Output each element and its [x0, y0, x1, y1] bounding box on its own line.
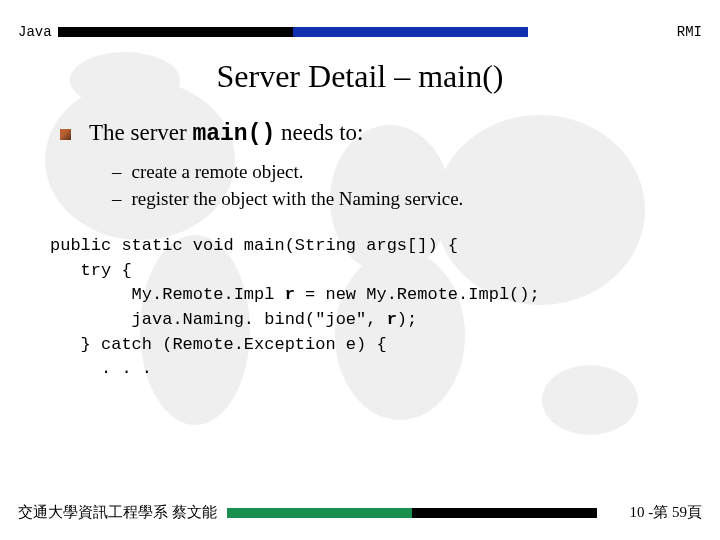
- sub-bullet-text: create a remote object.: [132, 161, 304, 183]
- bullet-square-icon: [60, 129, 71, 140]
- code-line-part: );: [397, 310, 417, 329]
- sub-bullet-item: – create a remote object.: [112, 161, 690, 183]
- footer-bar: 交通大學資訊工程學系 蔡文能 10 -第 59頁: [18, 503, 702, 522]
- dash-icon: –: [112, 188, 122, 210]
- code-line-part: java.Naming. bind("joe",: [50, 310, 387, 329]
- footer-divider: [227, 508, 597, 518]
- bullet-text-post: needs to:: [275, 120, 363, 145]
- content-area: The server main() needs to: – create a r…: [60, 120, 690, 382]
- bullet-main: The server main() needs to:: [60, 120, 690, 147]
- header-right-label: RMI: [677, 24, 702, 40]
- code-line-part: = new My.Remote.Impl();: [295, 285, 540, 304]
- code-var-r: r: [285, 285, 295, 304]
- sub-bullet-item: – register the object with the Naming se…: [112, 188, 690, 210]
- header-divider: [58, 27, 528, 37]
- code-line: try {: [50, 261, 132, 280]
- code-line: public static void main(String args[]) {: [50, 236, 458, 255]
- code-block: public static void main(String args[]) {…: [50, 234, 690, 382]
- header-left-label: Java: [18, 24, 52, 40]
- dash-icon: –: [112, 161, 122, 183]
- bullet-code: main(): [192, 121, 275, 147]
- header-bar: Java RMI: [18, 24, 702, 40]
- code-line: . . .: [50, 359, 152, 378]
- code-line-part: My.Remote.Impl: [50, 285, 285, 304]
- sub-bullet-list: – create a remote object. – register the…: [112, 161, 690, 210]
- footer-left-label: 交通大學資訊工程學系 蔡文能: [18, 503, 217, 522]
- slide-title: Server Detail – main(): [0, 58, 720, 95]
- code-line: } catch (Remote.Exception e) {: [50, 335, 387, 354]
- code-var-r: r: [387, 310, 397, 329]
- footer-page-number: 10 -第 59頁: [630, 503, 703, 522]
- sub-bullet-text: register the object with the Naming serv…: [132, 188, 464, 210]
- bullet-text-pre: The server: [89, 120, 192, 145]
